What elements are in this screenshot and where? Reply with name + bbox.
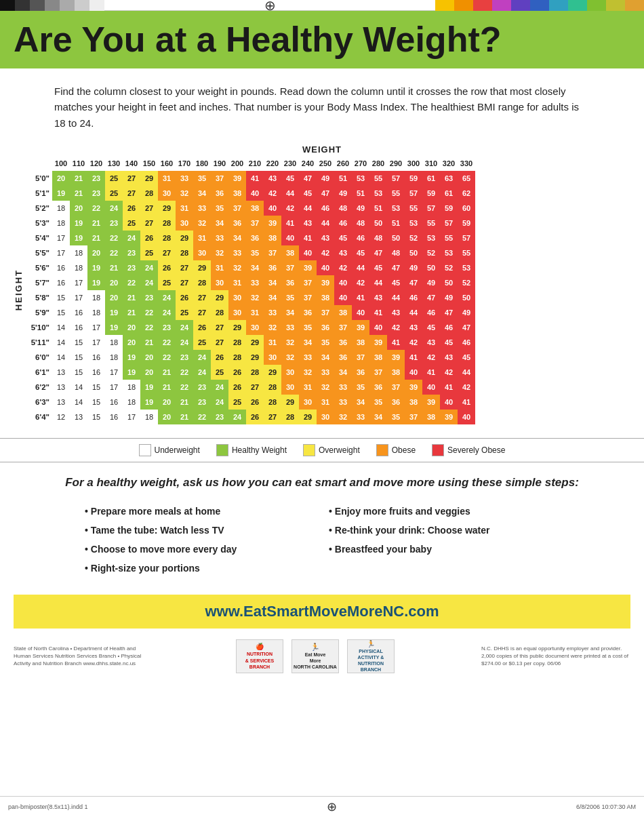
bmi-cell: 33 [281,320,299,335]
bmi-cell: 46 [317,201,334,216]
bmi-cell: 30 [264,350,281,365]
bmi-cell: 25 [123,216,140,231]
bmi-cell: 37 [228,201,246,216]
height-cell: 5'4" [26,231,52,245]
bmi-cell: 17 [87,320,105,335]
bmi-cell: 26 [158,260,176,275]
height-cell: 5'8" [26,290,52,305]
bmi-cell: 30 [158,186,176,201]
tip-item: Right-size your portions [85,561,315,576]
height-cell: 6'0" [26,350,52,365]
bmi-cell: 31 [264,335,281,350]
bmi-cell: 57 [405,186,422,201]
bmi-cell: 21 [123,305,140,320]
bmi-cell: 33 [264,305,281,320]
bmi-cell: 44 [281,186,299,201]
bmi-cell: 45 [281,171,299,186]
height-label: HEIGHT [14,269,24,311]
website-url[interactable]: www.EatSmartMoveMoreNC.com [205,603,439,620]
bmi-cell: 36 [334,335,352,350]
bmi-cell: 28 [211,305,228,320]
bmi-cell: 16 [52,260,70,275]
table-row: 6'2"131415171819212223242627283031323335… [26,380,475,395]
legend-color-box [376,444,388,456]
bmi-cell: 15 [70,335,87,350]
bmi-cell: 23 [87,171,105,186]
bmi-cell: 53 [458,260,475,275]
bmi-cell: 46 [405,290,422,305]
bmi-cell: 27 [123,186,140,201]
bmi-cell: 28 [264,380,281,395]
bmi-cell: 37 [369,365,387,380]
bmi-cell: 41 [352,290,369,305]
bmi-cell: 45 [334,231,352,245]
bmi-cell: 38 [264,231,281,245]
bottom-bar-left: pan-bmiposter(8.5x11).indd 1 [8,803,88,810]
table-row: 5'9"151618192122242527283031333436373840… [26,305,475,320]
bmi-cell: 26 [211,350,228,365]
bmi-cell: 23 [193,380,211,395]
bmi-cell: 55 [440,231,458,245]
bmi-cell: 39 [299,260,317,275]
bmi-cell: 41 [387,335,405,350]
bmi-cell: 21 [70,186,87,201]
bmi-cell: 28 [246,365,264,380]
bmi-cell: 42 [422,350,440,365]
legend-color-box [303,444,315,456]
bmi-cell: 32 [281,350,299,365]
bmi-cell: 32 [264,320,281,335]
bmi-cell: 31 [246,305,264,320]
col-header: 300 [405,156,422,171]
bmi-cell: 37 [281,260,299,275]
bmi-cell: 18 [87,290,105,305]
bmi-cell: 40 [422,380,440,395]
bmi-cell: 33 [334,395,352,410]
bmi-cell: 42 [352,275,369,290]
bmi-cell: 32 [334,410,352,424]
col-header: 290 [387,156,405,171]
bmi-cell: 40 [246,186,264,201]
bmi-cell: 53 [422,231,440,245]
bmi-cell: 35 [211,201,228,216]
bmi-cell: 22 [105,231,123,245]
bmi-cell: 20 [87,245,105,260]
bmi-cell: 18 [52,201,70,216]
bmi-cell: 29 [158,201,176,216]
bmi-cell: 21 [123,290,140,305]
bmi-cell: 41 [458,395,475,410]
bmi-cell: 60 [458,201,475,216]
bmi-cell: 38 [387,365,405,380]
col-empty [26,156,52,171]
legend-label: Underweight [155,445,200,455]
bmi-cell: 40 [317,260,334,275]
bmi-cell: 17 [52,231,70,245]
page-title: Are You at a Healthy Weight? [14,20,630,59]
bmi-cell: 22 [158,335,176,350]
url-bar: www.EatSmartMoveMoreNC.com [14,595,630,629]
table-row: 6'1"131516171920212224252628293032333436… [26,365,475,380]
bmi-cell: 18 [123,395,140,410]
bmi-cell: 27 [211,335,228,350]
bmi-cell: 44 [317,216,334,231]
bmi-cell: 37 [299,290,317,305]
bmi-cell: 44 [299,201,317,216]
bmi-cell: 24 [176,320,193,335]
bmi-cell: 39 [317,275,334,290]
col-header: 320 [440,156,458,171]
bmi-cell: 26 [246,395,264,410]
footer-right-text: N.C. DHHS is an equal opportunity employ… [481,645,630,668]
bottom-bar: pan-bmiposter(8.5x11).indd 1 ⊕ 6/8/2006 … [0,796,644,817]
bmi-cell: 27 [158,245,176,260]
height-cell: 5'1" [26,186,52,201]
bmi-cell: 42 [458,380,475,395]
bmi-cell: 40 [264,201,281,216]
height-cell: 5'10" [26,320,52,335]
bmi-cell: 16 [105,410,123,424]
legend-item: Underweight [139,444,200,456]
intro-text: Find the column closest to your weight i… [54,83,590,131]
bmi-cell: 22 [158,350,176,365]
tip-item: Choose to move more every day [85,542,315,557]
bmi-cell: 18 [105,335,123,350]
height-cell: 6'4" [26,410,52,424]
bmi-cell: 13 [52,380,70,395]
